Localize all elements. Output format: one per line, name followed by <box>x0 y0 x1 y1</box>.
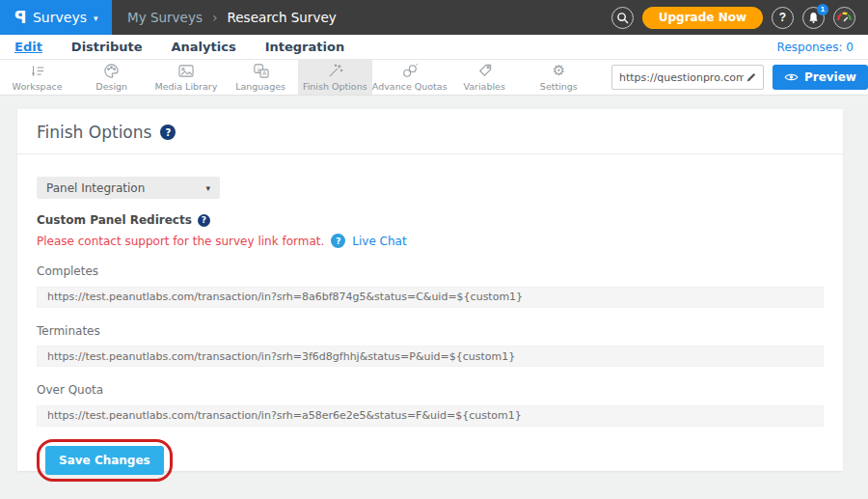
toolbar-label: Advance Quotas <box>372 81 448 92</box>
live-chat-icon[interactable]: ? <box>331 234 345 248</box>
section-label: Custom Panel Redirects <box>37 213 192 227</box>
preview-label: Preview <box>804 70 856 84</box>
toolbar-item-media-library[interactable]: Media Library <box>149 60 223 95</box>
breadcrumb-my-surveys[interactable]: My Surveys <box>127 10 203 25</box>
top-header: P Surveys ▾ My Surveys › Research Survey… <box>0 0 868 35</box>
card-body: Panel Integration ▾ Custom Panel Redirec… <box>17 154 843 482</box>
upgrade-now-button[interactable]: Upgrade Now <box>642 7 763 29</box>
toolbar-item-languages[interactable]: aA Languages <box>224 60 298 95</box>
chevron-down-icon: ▾ <box>205 183 210 193</box>
notification-count-badge: 1 <box>817 4 828 15</box>
toolbar-label: Finish Options <box>303 81 367 92</box>
responses-count: Responses: 0 <box>777 41 854 54</box>
toolbar-item-finish-options[interactable]: Finish Options <box>298 60 372 95</box>
support-note: Please contact support for the survey li… <box>37 235 324 248</box>
completes-field-group: Completes <box>37 264 824 308</box>
pencil-icon <box>746 71 757 83</box>
search-icon <box>616 12 629 24</box>
completes-url-input[interactable] <box>37 287 824 308</box>
chain-links-icon <box>401 64 419 79</box>
over-quota-field-group: Over Quota <box>37 383 824 427</box>
survey-url-box <box>611 65 764 90</box>
main-area: Finish Options ? Panel Integration ▾ Cus… <box>0 109 868 499</box>
translate-icon: aA <box>253 64 269 79</box>
workspace-icon <box>29 64 46 79</box>
toolbar-label: Media Library <box>155 81 218 92</box>
tab-analytics[interactable]: Analytics <box>172 40 236 54</box>
image-icon <box>177 64 195 79</box>
breadcrumb-current-survey: Research Survey <box>228 10 337 25</box>
preview-button[interactable]: Preview <box>773 65 868 90</box>
eye-icon <box>784 72 799 82</box>
toolbar-label: Languages <box>235 81 285 92</box>
over-quota-label: Over Quota <box>37 383 824 397</box>
custom-panel-redirects-row: Custom Panel Redirects ? <box>37 213 824 227</box>
toolbar-item-advance-quotas[interactable]: Advance Quotas <box>372 60 448 95</box>
tab-distribute[interactable]: Distribute <box>71 40 143 54</box>
toolbar-label: Variables <box>463 81 504 92</box>
gauge-avatar-icon <box>834 8 854 28</box>
account-avatar[interactable] <box>833 7 855 29</box>
questionpro-logo-icon: P <box>14 8 26 27</box>
tab-edit[interactable]: Edit <box>14 40 42 54</box>
toolbar-item-variables[interactable]: Variables <box>448 60 522 95</box>
surveys-product-switcher[interactable]: P Surveys ▾ <box>0 0 112 35</box>
terminates-label: Terminates <box>37 324 824 338</box>
toolbar-item-workspace[interactable]: Workspace <box>0 60 74 95</box>
tag-icon <box>476 64 493 79</box>
notifications-button[interactable]: 1 <box>802 7 825 29</box>
search-button[interactable] <box>611 7 634 29</box>
page-title: Finish Options <box>37 123 151 142</box>
finish-options-help-icon[interactable]: ? <box>160 125 176 140</box>
product-name: Surveys <box>33 10 87 25</box>
palette-icon <box>103 64 120 79</box>
terminates-url-input[interactable] <box>37 346 824 367</box>
dropdown-selected-value: Panel Integration <box>46 181 145 195</box>
finish-options-card: Finish Options ? Panel Integration ▾ Cus… <box>17 109 843 471</box>
support-note-row: Please contact support for the survey li… <box>37 234 824 248</box>
edit-url-button[interactable] <box>746 71 763 83</box>
tab-integration[interactable]: Integration <box>265 40 344 54</box>
toolbar-label: Settings <box>540 81 578 92</box>
chevron-down-icon: ▾ <box>94 12 98 23</box>
breadcrumb: My Surveys › Research Survey <box>127 0 337 35</box>
over-quota-url-input[interactable] <box>37 405 824 427</box>
card-header: Finish Options ? <box>17 109 843 154</box>
toolbar-label: Workspace <box>13 81 63 92</box>
toolbar-item-settings[interactable]: ⚙ Settings <box>522 60 596 95</box>
toolbar-label: Design <box>95 81 127 92</box>
terminates-field-group: Terminates <box>37 324 824 368</box>
magic-wand-icon <box>327 64 343 79</box>
survey-url-input[interactable] <box>612 71 746 84</box>
completes-label: Completes <box>37 264 824 278</box>
header-actions: Upgrade Now ? 1 <box>611 0 868 35</box>
annotation-highlight: Save Changes <box>37 439 173 482</box>
custom-panel-redirects-help-icon[interactable]: ? <box>198 214 210 227</box>
survey-section-nav: Edit Distribute Analytics Integration Re… <box>0 35 868 60</box>
gear-icon: ⚙ <box>553 64 565 79</box>
help-button[interactable]: ? <box>772 7 794 29</box>
panel-integration-dropdown[interactable]: Panel Integration ▾ <box>37 177 220 199</box>
breadcrumb-separator-icon: › <box>212 10 218 25</box>
question-icon: ? <box>779 11 786 24</box>
save-changes-button[interactable]: Save Changes <box>45 446 164 475</box>
live-chat-link[interactable]: Live Chat <box>352 235 406 248</box>
edit-toolbar: Workspace Design Media Library aA Langua… <box>0 60 868 96</box>
toolbar-item-design[interactable]: Design <box>74 60 149 95</box>
